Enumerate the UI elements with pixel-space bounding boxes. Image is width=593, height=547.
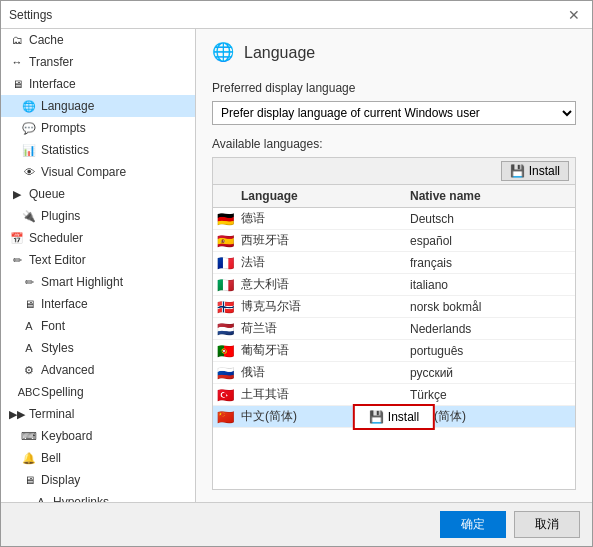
sidebar-icon-interface: 🖥 xyxy=(9,76,25,92)
col-native-header: Native name xyxy=(406,187,575,205)
sidebar-icon-terminal: ▶▶ xyxy=(9,406,25,422)
sidebar-icon-styles: A xyxy=(21,340,37,356)
sidebar-item-terminal[interactable]: ▶▶Terminal xyxy=(1,403,195,425)
sidebar-icon-advanced: ⚙ xyxy=(21,362,37,378)
sidebar-item-cache[interactable]: 🗂Cache xyxy=(1,29,195,51)
table-row[interactable]: 🇵🇹葡萄牙语português xyxy=(213,340,575,362)
flag-icon: 🇮🇹 xyxy=(213,277,237,293)
install-overlay-label: Install xyxy=(388,410,419,424)
preferred-lang-label: Preferred display language xyxy=(212,81,576,95)
table-row[interactable]: 🇫🇷法语français xyxy=(213,252,575,274)
sidebar-label-styles: Styles xyxy=(41,341,74,355)
table-row[interactable]: 🇳🇴博克马尔语norsk bokmål xyxy=(213,296,575,318)
sidebar-label-smart-highlight: Smart Highlight xyxy=(41,275,123,289)
sidebar-label-prompts: Prompts xyxy=(41,121,86,135)
install-overlay-icon: 💾 xyxy=(369,410,384,424)
sidebar-item-advanced[interactable]: ⚙Advanced xyxy=(1,359,195,381)
sidebar-label-advanced: Advanced xyxy=(41,363,94,377)
sidebar-label-language: Language xyxy=(41,99,94,113)
sidebar-item-smart-highlight[interactable]: ✏Smart Highlight xyxy=(1,271,195,293)
sidebar-icon-prompts: 💬 xyxy=(21,120,37,136)
sidebar-item-keyboard[interactable]: ⌨Keyboard xyxy=(1,425,195,447)
native-name: Nederlands xyxy=(406,321,575,337)
sidebar-item-plugins[interactable]: 🔌Plugins xyxy=(1,205,195,227)
sidebar-label-hyperlinks: Hyperlinks xyxy=(53,495,109,502)
flag-icon: 🇳🇴 xyxy=(213,299,237,315)
sidebar-label-font: Font xyxy=(41,319,65,333)
sidebar-item-transfer[interactable]: ↔Transfer xyxy=(1,51,195,73)
ok-button[interactable]: 确定 xyxy=(440,511,506,538)
sidebar-item-visual-compare[interactable]: 👁Visual Compare xyxy=(1,161,195,183)
sidebar-item-styles[interactable]: AStyles xyxy=(1,337,195,359)
flag-icon: 🇪🇸 xyxy=(213,233,237,249)
native-name: norsk bokmål xyxy=(406,299,575,315)
language-dropdown[interactable]: Prefer display language of current Windo… xyxy=(212,101,576,125)
sidebar-item-font[interactable]: AFont xyxy=(1,315,195,337)
flag-icon: 🇹🇷 xyxy=(213,387,237,403)
sidebar-item-spelling[interactable]: ABCSpelling xyxy=(1,381,195,403)
sidebar-item-prompts[interactable]: 💬Prompts xyxy=(1,117,195,139)
sidebar-label-spelling: Spelling xyxy=(41,385,84,399)
lang-name: 荷兰语 xyxy=(237,319,406,338)
sidebar-icon-scheduler: 📅 xyxy=(9,230,25,246)
sidebar-icon-smart-highlight: ✏ xyxy=(21,274,37,290)
col-language-header: Language xyxy=(237,187,406,205)
sidebar-label-cache: Cache xyxy=(29,33,64,47)
sidebar-label-transfer: Transfer xyxy=(29,55,73,69)
install-overlay-button[interactable]: 💾Install xyxy=(353,404,435,430)
close-button[interactable]: ✕ xyxy=(564,5,584,25)
sidebar-item-interface-te[interactable]: 🖥Interface xyxy=(1,293,195,315)
table-row[interactable]: 🇩🇪德语Deutsch xyxy=(213,208,575,230)
sidebar-item-statistics[interactable]: 📊Statistics xyxy=(1,139,195,161)
lang-table: 💾 Install Language Native name 🇩🇪德语Deuts… xyxy=(212,157,576,490)
cancel-button[interactable]: 取消 xyxy=(514,511,580,538)
sidebar-icon-cache: 🗂 xyxy=(9,32,25,48)
install-top-button[interactable]: 💾 Install xyxy=(501,161,569,181)
sidebar-icon-bell: 🔔 xyxy=(21,450,37,466)
sidebar-icon-statistics: 📊 xyxy=(21,142,37,158)
sidebar-label-keyboard: Keyboard xyxy=(41,429,92,443)
sidebar-icon-interface-te: 🖥 xyxy=(21,296,37,312)
native-name: français xyxy=(406,255,575,271)
sidebar-label-queue: Queue xyxy=(29,187,65,201)
lang-name: 博克马尔语 xyxy=(237,297,406,316)
lang-name: 西班牙语 xyxy=(237,231,406,250)
sidebar-icon-keyboard: ⌨ xyxy=(21,428,37,444)
sidebar-label-display: Display xyxy=(41,473,80,487)
sidebar-item-bell[interactable]: 🔔Bell xyxy=(1,447,195,469)
lang-name: 法语 xyxy=(237,253,406,272)
table-row[interactable]: 🇳🇱荷兰语Nederlands xyxy=(213,318,575,340)
sidebar-icon-transfer: ↔ xyxy=(9,54,25,70)
sidebar-icon-hyperlinks: A xyxy=(33,494,49,502)
flag-icon: 🇨🇳 xyxy=(213,409,237,425)
sidebar-label-bell: Bell xyxy=(41,451,61,465)
table-row[interactable]: 🇪🇸西班牙语español xyxy=(213,230,575,252)
sidebar-item-scheduler[interactable]: 📅Scheduler xyxy=(1,227,195,249)
titlebar: Settings ✕ xyxy=(1,1,592,29)
table-row[interactable]: 🇷🇺俄语русский xyxy=(213,362,575,384)
native-name: italiano xyxy=(406,277,575,293)
sidebar-icon-spelling: ABC xyxy=(21,384,37,400)
flag-icon: 🇵🇹 xyxy=(213,343,237,359)
available-label: Available languages: xyxy=(212,137,576,151)
main-content: 🗂Cache↔Transfer🖥Interface🌐Language💬Promp… xyxy=(1,29,592,502)
sidebar: 🗂Cache↔Transfer🖥Interface🌐Language💬Promp… xyxy=(1,29,196,502)
content-panel: 🌐 Language Preferred display language Pr… xyxy=(196,29,592,502)
window-title: Settings xyxy=(9,8,52,22)
sidebar-item-display[interactable]: 🖥Display xyxy=(1,469,195,491)
table-row[interactable]: 🇮🇹意大利语italiano xyxy=(213,274,575,296)
sidebar-item-queue[interactable]: ▶Queue xyxy=(1,183,195,205)
sidebar-icon-plugins: 🔌 xyxy=(21,208,37,224)
content-title: Language xyxy=(244,44,315,62)
sidebar-item-interface[interactable]: 🖥Interface xyxy=(1,73,195,95)
sidebar-icon-text-editor: ✏ xyxy=(9,252,25,268)
sidebar-item-hyperlinks[interactable]: AHyperlinks xyxy=(1,491,195,502)
native-name: русский xyxy=(406,365,575,381)
sidebar-label-interface-te: Interface xyxy=(41,297,88,311)
sidebar-item-text-editor[interactable]: ✏Text Editor xyxy=(1,249,195,271)
table-columns: Language Native name xyxy=(213,185,575,208)
lang-name: 土耳其语 xyxy=(237,385,406,404)
native-name: Türkçe xyxy=(406,387,575,403)
table-row[interactable]: 🇹🇷土耳其语Türkçe xyxy=(213,384,575,406)
sidebar-item-language[interactable]: 🌐Language xyxy=(1,95,195,117)
